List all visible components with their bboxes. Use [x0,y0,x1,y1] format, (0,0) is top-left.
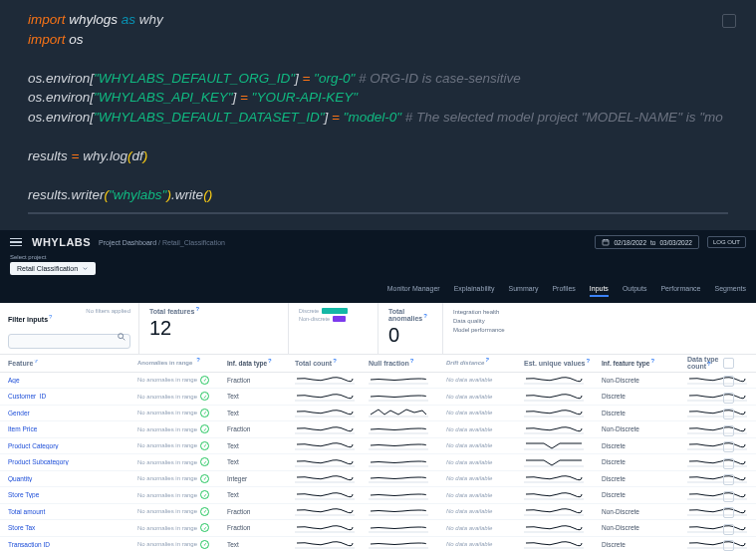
col-header[interactable]: Total count? [295,360,369,367]
null-fraction-spark [369,374,446,386]
svg-rect-0 [603,240,609,245]
inf-feature-type: Non-Discrete [602,377,687,384]
table-body: AgeNo anomalies in range✓FractionNo data… [0,373,756,552]
table-row[interactable]: Product SubcategoryNo anomalies in range… [0,454,756,471]
date-range-picker[interactable]: 02/18/2022to03/03/2022 [595,235,699,249]
copy-icon[interactable] [722,14,736,28]
breadcrumb-project-dashboard[interactable]: Project Dashboard [99,239,156,246]
total-count-spark [295,472,369,484]
tab-segments[interactable]: Segments [714,285,746,297]
anomaly-text: No anomalies in range [137,410,197,415]
inf-feature-type: Discrete [602,458,687,465]
anomaly-text: No anomalies in range [137,377,197,383]
select-project-label: Select project [10,254,746,260]
inf-data-type: Text [227,458,295,465]
feature-link[interactable]: Total amount [8,508,45,515]
health-panel: Integration healthData qualityModel perf… [443,303,756,354]
tab-monitor-manager[interactable]: Monitor Manager [387,285,440,297]
total-count-spark [295,489,369,501]
breadcrumb-current: Retail_Classification [162,239,225,246]
unique-values-spark [524,391,602,403]
anomaly-text: No anomalies in range [137,525,197,531]
inf-feature-type: Non-Discrete [602,524,687,531]
inf-feature-type: Discrete [602,393,687,400]
feature-link[interactable]: Product Subcategory [8,458,69,465]
feature-link[interactable]: Store Tax [8,524,35,531]
project-select-bar: Select project Retail Classification [0,252,756,281]
tab-inputs[interactable]: Inputs [590,285,609,297]
table-row[interactable]: Total amountNo anomalies in range✓Fracti… [0,504,756,521]
table-row[interactable]: Item PriceNo anomalies in range✓Fraction… [0,421,756,438]
col-header[interactable]: Anomalies in range? [137,360,227,366]
col-header[interactable]: Inf. feature type? [602,360,687,367]
whylabs-dashboard: WHYLABS Project Dashboard / Retail_Class… [0,230,756,552]
col-header[interactable]: Drift distance? [446,360,524,366]
tab-explainability[interactable]: Explainability [454,285,495,297]
null-fraction-spark [369,456,446,468]
logout-button[interactable]: LOG OUT [707,236,746,248]
tabs: Monitor ManagerExplainabilitySummaryProf… [0,281,756,303]
feature-link[interactable]: Gender [8,410,30,416]
table-row[interactable]: Store TaxNo anomalies in range✓FractionN… [0,520,756,537]
table-header: Feature?Anomalies in range?Inf. data typ… [0,355,756,373]
unique-values-spark [524,439,602,451]
feature-link[interactable]: Quantity [8,475,32,482]
inf-data-type: Text [227,393,295,400]
unique-values-spark [524,538,602,550]
tab-outputs[interactable]: Outputs [623,285,647,297]
feature-link[interactable]: Transaction ID [8,541,50,548]
filters-applied-note: No filters applied [86,308,130,314]
feature-link[interactable]: Product Category [8,442,59,449]
check-icon: ✓ [200,392,209,401]
table-row[interactable]: AgeNo anomalies in range✓FractionNo data… [0,373,756,390]
total-count-spark [295,423,369,435]
unique-values-spark [524,456,602,468]
inf-data-type: Text [227,410,295,416]
feature-link[interactable]: Customer_ID [8,393,46,400]
data-type-count-spark [687,489,737,501]
inf-data-type: Fraction [227,425,295,432]
inf-data-type: Text [227,442,295,449]
inf-data-type: Fraction [227,524,295,531]
col-header[interactable]: Est. unique values? [524,360,602,367]
drift-distance: No data available [446,442,524,448]
tab-performance[interactable]: Performance [660,285,700,297]
drift-distance: No data available [446,377,524,383]
inf-feature-type: Non-Discrete [602,425,687,432]
nondiscrete-label: Non-discrete [299,316,330,322]
feature-link[interactable]: Store Type [8,491,39,498]
breadcrumb: Project Dashboard / Retail_Classificatio… [99,239,225,246]
unique-values-spark [524,505,602,517]
feature-link[interactable]: Age [8,377,20,384]
table-row[interactable]: GenderNo anomalies in range✓TextNo data … [0,406,756,422]
col-header[interactable]: Feature? [8,360,137,367]
drift-distance: No data available [446,475,524,481]
search-input[interactable] [8,334,130,349]
search-icon [117,332,126,342]
table-row[interactable]: Product CategoryNo anomalies in range✓Te… [0,438,756,455]
tab-profiles[interactable]: Profiles [552,285,575,297]
col-header[interactable]: Null fraction? [369,360,446,367]
tab-summary[interactable]: Summary [509,285,539,297]
table-row[interactable]: Transaction IDNo anomalies in range✓Text… [0,537,756,552]
stats-row: Filter inputs? No filters applied Total … [0,303,756,355]
project-select[interactable]: Retail Classification [10,262,96,275]
null-fraction-spark [369,505,446,517]
null-fraction-spark [369,407,446,418]
brand-logo: WHYLABS [32,236,91,248]
feature-link[interactable]: Item Price [8,425,37,432]
data-type-count-spark [687,391,737,403]
table-row[interactable]: QuantityNo anomalies in range✓IntegerNo … [0,471,756,488]
code-block: import whylogs as why import os os.envir… [0,0,756,230]
check-icon: ✓ [200,474,209,483]
col-header[interactable]: Inf. data type? [227,360,295,367]
anomaly-text: No anomalies in range [137,508,197,514]
table-row[interactable]: Customer_IDNo anomalies in range✓TextNo … [0,389,756,406]
menu-icon[interactable] [10,238,22,247]
col-header[interactable]: Data type count? [687,356,737,370]
unique-values-spark [524,489,602,501]
table-row[interactable]: Store TypeNo anomalies in range✓TextNo d… [0,487,756,504]
inf-data-type: Fraction [227,508,295,515]
unique-values-spark [524,472,602,484]
nondiscrete-bar [333,316,346,322]
